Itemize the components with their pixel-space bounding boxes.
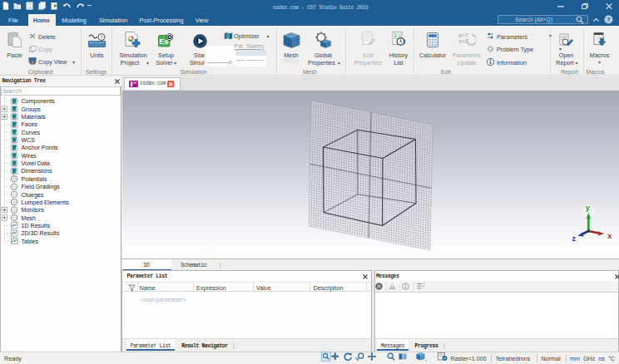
svg-text:Wires: Wires bbox=[22, 153, 37, 160]
svg-text:Tables: Tables bbox=[22, 239, 39, 245]
svg-text:z: z bbox=[572, 234, 577, 243]
svg-text:Dimensions: Dimensions bbox=[22, 168, 53, 175]
svg-text:Lumped Elements: Lumped Elements bbox=[22, 199, 70, 206]
svg-text:?: ? bbox=[607, 16, 611, 23]
svg-text:Field Gradings: Field Gradings bbox=[22, 184, 61, 190]
svg-text:Charges: Charges bbox=[22, 192, 44, 199]
svg-text:Potentials: Potentials bbox=[22, 176, 48, 183]
svg-text:WCS: WCS bbox=[22, 137, 36, 144]
svg-text:Voxel Data: Voxel Data bbox=[22, 160, 50, 167]
svg-text:1D Results: 1D Results bbox=[22, 223, 51, 229]
svg-text:Groups: Groups bbox=[22, 106, 42, 113]
svg-text:a=?: a=? bbox=[458, 32, 468, 38]
svg-text:y: y bbox=[586, 204, 590, 212]
svg-text:Anchor Points: Anchor Points bbox=[22, 145, 59, 151]
svg-text:Mesh: Mesh bbox=[22, 215, 36, 222]
svg-text:Components: Components bbox=[22, 98, 56, 105]
svg-text:x: x bbox=[607, 232, 612, 240]
svg-text:2D/3D Results: 2D/3D Results bbox=[22, 230, 60, 237]
svg-text:Curves: Curves bbox=[22, 130, 41, 136]
svg-text:Monitors: Monitors bbox=[22, 207, 45, 214]
svg-text:Materials: Materials bbox=[22, 114, 46, 121]
svg-text:Faces: Faces bbox=[22, 121, 38, 128]
